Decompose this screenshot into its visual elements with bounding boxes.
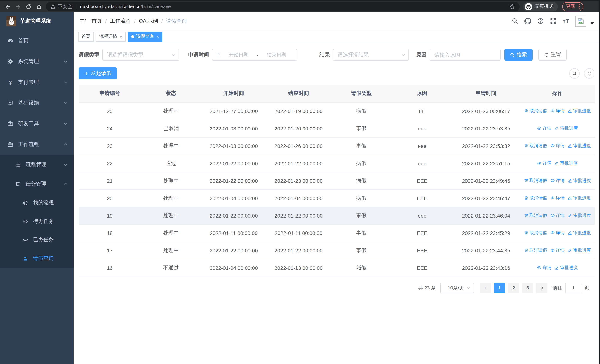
sidebar-item-leave-query[interactable]: 请假查询 <box>0 249 74 268</box>
cell-status: 处理中 <box>141 189 201 207</box>
page-size-select[interactable]: 10条/页 <box>440 283 474 293</box>
cancel-leave-link[interactable]: 取消请假 <box>524 143 547 149</box>
result-select[interactable]: 请选择流结果 <box>333 49 409 61</box>
chevron-down-icon <box>172 53 176 57</box>
progress-link[interactable]: 审批进度 <box>568 195 591 201</box>
sidebar-item-task-mgmt[interactable]: 任务管理 <box>0 174 74 194</box>
prev-page-button[interactable] <box>480 283 491 293</box>
tab-leave-query[interactable]: 请假查询 × <box>128 32 162 41</box>
cell-apply-time: 2022-01-22 23:46:04 <box>452 207 520 224</box>
help-icon[interactable] <box>538 18 544 24</box>
progress-link[interactable]: 审批进度 <box>568 143 591 149</box>
detail-link[interactable]: 详情 <box>550 177 565 184</box>
page-button-3[interactable]: 3 <box>522 283 533 293</box>
sidebar-item-todo-tasks[interactable]: 待办任务 <box>0 212 74 231</box>
app-logo[interactable]: 芋道管理系统 <box>0 12 74 30</box>
url-separator <box>76 4 76 9</box>
progress-link[interactable]: 审批进度 <box>568 247 591 253</box>
reason-label: 原因 <box>416 52 427 58</box>
url-bar[interactable]: 不安全 dashboard.yudao.iocoder.cn/bpm/oa/le… <box>46 2 520 11</box>
progress-link[interactable]: 审批进度 <box>554 125 578 131</box>
detail-link[interactable]: 详情 <box>550 247 565 253</box>
detail-link[interactable]: 详情 <box>550 195 565 201</box>
app-title: 芋道管理系统 <box>20 18 51 24</box>
cancel-leave-link[interactable]: 取消请假 <box>524 195 547 201</box>
cell-leave-type: 病假 <box>331 102 392 120</box>
browser-forward-icon[interactable] <box>13 2 23 11</box>
sidebar-item-devtools[interactable]: 研发工具 <box>0 113 74 134</box>
sidebar-item-payment[interactable]: ¥ 支付管理 <box>0 72 74 93</box>
refresh-table-button[interactable] <box>584 68 594 79</box>
create-leave-button[interactable]: ＋ 发起请假 <box>79 67 117 79</box>
sidebar-item-workflow[interactable]: 工作流程 <box>0 134 74 155</box>
apply-time-range-picker[interactable]: 开始日期 - 结束日期 <box>212 49 297 61</box>
page-button-1[interactable]: 1 <box>494 283 505 293</box>
progress-link[interactable]: 审批进度 <box>554 160 578 167</box>
tab-process-detail[interactable]: 流程详情 × <box>96 32 126 41</box>
sidebar-item-system[interactable]: 系统管理 <box>0 51 74 72</box>
cancel-leave-link[interactable]: 取消请假 <box>524 230 547 236</box>
bookmark-star-icon[interactable] <box>509 3 515 9</box>
detail-link[interactable]: 详情 <box>550 230 565 236</box>
close-icon[interactable]: × <box>156 34 159 39</box>
browser-reload-icon[interactable] <box>24 2 33 11</box>
breadcrumb-workflow[interactable]: 工作流程 <box>110 18 131 24</box>
detail-link[interactable]: 详情 <box>537 125 552 131</box>
table-toolbar: ＋ 发起请假 <box>79 67 595 79</box>
reason-input[interactable] <box>430 49 501 61</box>
fullscreen-icon[interactable] <box>550 18 556 24</box>
reset-button[interactable]: 重置 <box>538 49 567 61</box>
update-button[interactable]: 更新 <box>562 2 583 11</box>
progress-link[interactable]: 审批进度 <box>568 177 591 184</box>
sidebar-fold-icon[interactable] <box>80 18 86 24</box>
progress-link[interactable]: 审批进度 <box>568 230 591 236</box>
next-page-button[interactable] <box>536 283 547 293</box>
cancel-leave-link[interactable]: 取消请假 <box>524 108 547 114</box>
github-icon[interactable] <box>525 18 531 24</box>
cancel-leave-link[interactable]: 取消请假 <box>524 177 547 184</box>
sidebar-item-done-tasks[interactable]: 已办任务 <box>0 231 74 249</box>
sidebar-item-home[interactable]: 首页 <box>0 30 74 51</box>
search-icon[interactable] <box>512 18 518 24</box>
cancel-leave-link[interactable]: 取消请假 <box>524 212 547 219</box>
detail-link[interactable]: 详情 <box>550 108 565 114</box>
total-count: 共 23 条 <box>418 284 436 291</box>
goto-page-input[interactable] <box>565 283 581 293</box>
page-button-2[interactable]: 2 <box>508 283 519 293</box>
detail-link[interactable]: 详情 <box>550 143 565 149</box>
cell-apply-id: 23 <box>79 137 141 155</box>
cell-status: 处理中 <box>141 207 201 224</box>
breadcrumb-home[interactable]: 首页 <box>92 18 102 24</box>
browser-home-icon[interactable] <box>34 2 44 11</box>
col-status: 状态 <box>141 84 201 102</box>
breadcrumb-oa-example[interactable]: OA 示例 <box>139 18 158 24</box>
leave-type-select[interactable]: 请选择请假类型 <box>102 49 179 61</box>
sidebar-item-my-process[interactable]: 我的流程 <box>0 194 74 212</box>
sidebar-item-process-mgmt[interactable]: 流程管理 <box>0 155 74 174</box>
incognito-badge[interactable]: 无痕模式 <box>523 2 558 11</box>
cell-actions: 取消请假详情审批进度 <box>520 189 595 207</box>
browser-back-icon[interactable] <box>3 2 13 11</box>
detail-link[interactable]: 详情 <box>550 212 565 219</box>
search-button[interactable]: 搜索 <box>504 49 533 61</box>
cancel-leave-link[interactable]: 取消请假 <box>524 247 547 253</box>
tab-home[interactable]: 首页 <box>78 32 94 41</box>
table-row: 21处理中2022-01-22 00:00:002022-01-23 00:00… <box>79 172 595 189</box>
progress-link[interactable]: 审批进度 <box>554 265 578 271</box>
warning-icon <box>50 4 56 9</box>
progress-link[interactable]: 审批进度 <box>568 212 591 219</box>
pagination: 共 23 条 10条/页 123 前往 <box>79 283 595 293</box>
avatar[interactable] <box>575 15 586 27</box>
sidebar-item-infra[interactable]: 基础设施 <box>0 93 74 113</box>
detail-link[interactable]: 详情 <box>537 160 552 167</box>
detail-link[interactable]: 详情 <box>537 265 552 271</box>
font-size-icon[interactable]: тT <box>563 18 569 24</box>
browser-menu-icon[interactable] <box>579 4 580 9</box>
cell-actions: 取消请假详情审批进度 <box>520 242 595 259</box>
progress-link[interactable]: 审批进度 <box>568 108 591 114</box>
close-icon[interactable]: × <box>120 34 122 39</box>
toggle-search-button[interactable] <box>569 68 580 79</box>
avatar-dropdown-caret-icon[interactable] <box>590 22 594 24</box>
cell-start-time: 2022-01-04 00:00:00 <box>201 189 266 207</box>
cell-status: 处理中 <box>141 224 201 242</box>
